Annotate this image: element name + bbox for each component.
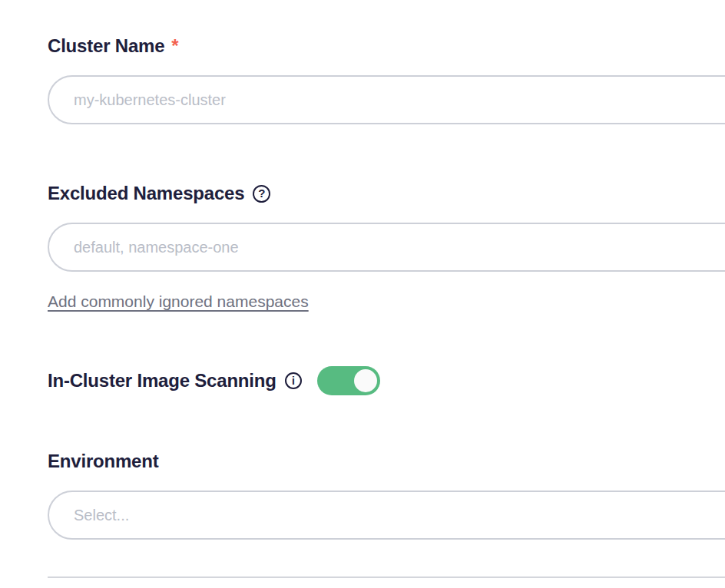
cluster-name-label: Cluster Name * [48,35,725,57]
required-asterisk: * [171,35,178,57]
environment-label: Environment [48,451,725,472]
info-icon[interactable]: i [285,372,302,389]
environment-label-text: Environment [48,451,158,472]
image-scanning-toggle[interactable] [317,366,380,395]
help-icon[interactable]: ? [253,185,270,203]
excluded-namespaces-label-text: Excluded Namespaces [48,183,244,204]
cluster-name-input[interactable] [48,75,725,124]
cluster-settings-form: Cluster Name * Excluded Namespaces ? Add… [0,0,725,578]
cluster-name-label-text: Cluster Name [48,35,164,57]
section-divider [48,576,725,578]
image-scanning-label-text: In-Cluster Image Scanning [48,370,276,391]
add-common-namespaces-link[interactable]: Add commonly ignored namespaces [48,292,309,311]
image-scanning-label: In-Cluster Image Scanning i [48,370,302,391]
toggle-knob [354,369,377,392]
environment-select[interactable] [48,491,725,540]
excluded-namespaces-label: Excluded Namespaces ? [48,183,725,204]
image-scanning-row: In-Cluster Image Scanning i [48,366,725,395]
excluded-namespaces-input[interactable] [48,223,725,272]
